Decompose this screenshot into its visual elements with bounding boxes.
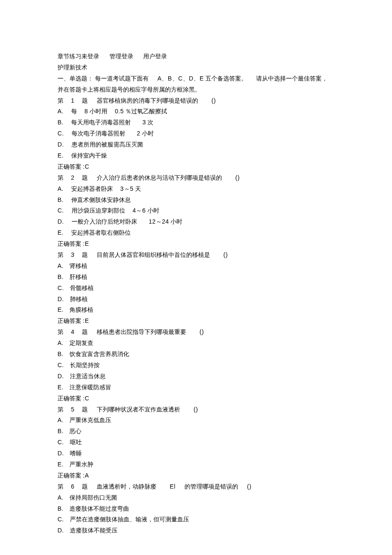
option-num: 4～6	[133, 207, 146, 214]
option-text: 定期复查	[69, 340, 93, 346]
q-text: 目前居人体器官和组织移植中首位的移植是	[97, 252, 210, 258]
answer-value: :C	[83, 163, 89, 170]
option-letter: D.	[58, 450, 64, 457]
option-text: 小时用	[89, 108, 107, 115]
q-number: 6	[71, 483, 75, 490]
q-paren: ()	[193, 406, 198, 413]
admin-login-link[interactable]: 管理登录	[110, 53, 133, 60]
option-text: 骨髓移植	[70, 285, 94, 291]
option-num: 8	[84, 108, 88, 115]
option-b: B. 每天用电子消毒器照射 3 次	[58, 117, 337, 128]
intro-desc-1: 每一道考试题下面有	[95, 75, 149, 82]
answer-value: :C	[83, 395, 89, 402]
option-c: C.骨髓移植	[58, 283, 337, 294]
q-suffix: 题	[82, 483, 88, 490]
option-num: 0.5	[115, 108, 124, 115]
option-b: B. 伸直术侧肢体安静休息	[58, 195, 337, 206]
q-text: 器官移植病房的消毒下列哪项是错误的	[97, 98, 198, 104]
option-b: B.肝移植	[58, 272, 337, 283]
option-letter: C.	[58, 362, 64, 368]
option-c: C.严禁在造瘘侧肢体抽血、输液，但可测量血压	[58, 514, 337, 525]
option-text: 一般介入治疗后绝对卧床	[72, 219, 137, 225]
answer-value: :A	[83, 472, 89, 479]
option-letter: E.	[58, 152, 63, 159]
option-num: 3	[142, 119, 146, 126]
user-login-link[interactable]: 用户登录	[143, 53, 167, 60]
option-letter: E.	[58, 306, 63, 313]
q-text: 移植患者出院指导下列哪项最重要	[97, 329, 186, 335]
option-num: 3～5	[120, 185, 133, 192]
option-text: ％过氧乙酸擦拭	[125, 108, 167, 115]
q-paren: ()	[211, 97, 216, 104]
option-d: D.肺移植	[58, 294, 337, 305]
option-text: 每天用电子消毒器照射	[71, 119, 131, 126]
option-text: 呕吐	[70, 439, 82, 446]
option-text: 用沙袋压迫穿刺部位	[72, 207, 125, 214]
option-c: C. 每次电子消毒器照射 2 小时	[58, 128, 337, 139]
question-1-stem: 第 1 题 器官移植病房的消毒下列哪项是错误的 ()	[58, 95, 337, 106]
answer-label: 正确答案	[58, 395, 81, 402]
option-text: 严禁在造瘘侧肢体抽血、输液，但可测量血压	[70, 516, 189, 523]
option-text: 肺移植	[70, 296, 88, 302]
option-a: A.肾移植	[58, 261, 337, 272]
option-text: 小时	[170, 219, 182, 225]
option-text: 注意适当休息	[70, 373, 106, 380]
intro-choices-letters: A、B、C、D、E	[158, 75, 204, 82]
q-suffix: 题	[82, 329, 88, 335]
option-letter: C.	[58, 439, 64, 446]
option-letter: D.	[58, 527, 64, 534]
q-prefix: 第	[58, 329, 63, 335]
answer-value: :E	[83, 240, 89, 247]
answer-line: 正确答案 :A	[58, 470, 337, 481]
q-text: 血液透析时，动静脉瘘	[97, 483, 156, 490]
question-6-stem: 第 6 题 血液透析时，动静脉瘘 El 的管理哪项是错误的 ()	[58, 481, 337, 492]
option-letter: B.	[58, 428, 63, 434]
q-suffix: 题	[82, 98, 88, 104]
option-text: 肾移植	[69, 263, 87, 269]
section-intro-line1: 一、单选题： 每一道考试题下面有 A、B、C、D、E 五个备选答案。 请从中选择…	[58, 73, 337, 84]
option-text: 安起搏器者取右侧卧位	[71, 230, 131, 236]
option-e: E. 保持室内干燥	[58, 150, 337, 161]
option-d: D. 一般介入治疗后绝对卧床 12～24 小时	[58, 216, 337, 227]
option-c: C. 用沙袋压迫穿刺部位 4～6 小时	[58, 205, 337, 216]
option-text: 每	[71, 108, 77, 115]
option-a: A. 安起搏器者卧床 3～5 天	[58, 184, 337, 195]
q-number: 2	[71, 174, 75, 181]
option-a: A.保持局部伤口无菌	[58, 492, 337, 503]
q-number: 5	[71, 406, 75, 413]
option-d: D.嗜睡	[58, 448, 337, 459]
option-letter: A.	[58, 417, 63, 423]
section-intro-line2: 并在答题卡上将相应题号的相应字母所属的方框涂黑。	[58, 84, 337, 95]
option-letter: C.	[58, 516, 64, 523]
option-e: E.注意保暖防感冒	[58, 382, 337, 393]
option-text: 小时	[142, 130, 154, 137]
option-text: 严重水肿	[69, 461, 93, 468]
option-b: B.造瘘肢体不能过度弯曲	[58, 503, 337, 515]
option-text: 造瘘肢体不能过度弯曲	[69, 506, 129, 512]
q-paren: ()	[223, 251, 228, 258]
option-letter: A.	[58, 262, 63, 269]
option-c: C.长期坚持按	[58, 360, 337, 371]
question-2-stem: 第 2 题 介入治疗后患者的休息与活动下列哪项是错误的 ()	[58, 173, 337, 184]
q-text: 介入治疗后患者的休息与活动下列哪项是错误的	[97, 175, 222, 181]
q-number: 1	[71, 97, 75, 104]
answer-label: 正确答案	[58, 318, 81, 324]
option-num: 12～24	[149, 218, 169, 225]
option-text: 注意保暖防感冒	[69, 384, 111, 391]
intro-desc-2: 五个备选答案。	[205, 75, 247, 82]
option-text: 角膜移植	[69, 307, 93, 313]
option-letter: E.	[58, 384, 63, 391]
option-text: 恶心	[69, 428, 81, 434]
header-line: 章节练习未登录 管理登录 用户登录	[58, 51, 337, 62]
option-letter: D.	[58, 141, 64, 148]
option-text: 严重休克低血压	[69, 417, 111, 423]
question-4-stem: 第 4 题 移植患者出院指导下列哪项最重要 ()	[58, 327, 337, 338]
q-number: 3	[71, 251, 75, 258]
option-letter: A.	[58, 185, 63, 192]
q-paren: ()	[247, 483, 251, 490]
option-text: 每次电子消毒器照射	[72, 130, 125, 137]
option-letter: D.	[58, 218, 64, 225]
practice-not-logged-link[interactable]: 章节练习未登录	[58, 53, 99, 60]
option-text: 造瘘肢体不能受压	[70, 527, 118, 534]
option-text: 伸直术侧肢体安静休息	[71, 197, 131, 203]
